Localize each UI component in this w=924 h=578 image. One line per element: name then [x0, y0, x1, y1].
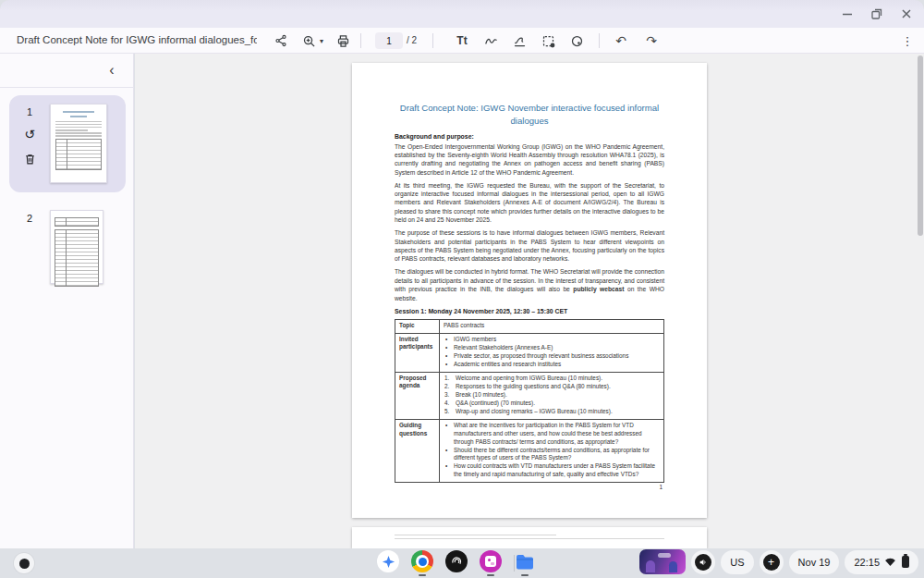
- document-heading: Draft Concept Note: IGWG November intera…: [395, 102, 664, 127]
- page-2-tools: 2: [9, 202, 50, 294]
- lens-icon[interactable]: [565, 28, 588, 54]
- undo-icon[interactable]: ↶: [610, 28, 632, 54]
- shelf-apps: [377, 550, 536, 572]
- wifi-icon: [884, 557, 896, 567]
- page-count-label: / 2: [407, 35, 417, 45]
- list-item: Responses to the guiding questions and Q…: [444, 383, 660, 391]
- select-area-icon[interactable]: [537, 28, 559, 54]
- table-row-participants: Invited participants IGWG members Releva…: [395, 333, 664, 372]
- date-indicator[interactable]: Nov 19: [789, 550, 840, 574]
- paragraph-2: At its third meeting, the IGWG requested…: [395, 181, 664, 225]
- list-item: IGWG members: [444, 336, 660, 344]
- notification-counter-button[interactable]: +: [760, 550, 784, 574]
- document-page-1[interactable]: Draft Concept Note: IGWG November intera…: [352, 63, 707, 518]
- minimize-icon[interactable]: [837, 4, 857, 24]
- row-label: Invited participants: [395, 333, 440, 372]
- plus-icon: +: [763, 554, 780, 571]
- row-value: What are the incentives for participatio…: [440, 420, 664, 483]
- files-app-icon[interactable]: [514, 550, 536, 572]
- table-row-agenda: Proposed agenda Welcome and opening from…: [395, 372, 664, 419]
- collapse-sidebar-icon[interactable]: ‹: [100, 58, 124, 82]
- scrollbar-track[interactable]: [918, 54, 923, 548]
- page-1-preview: [50, 104, 107, 183]
- launcher-button[interactable]: [14, 553, 34, 573]
- close-icon[interactable]: [896, 4, 917, 24]
- time-label: 22:15: [854, 557, 880, 568]
- list-item: What are the incentives for participatio…: [444, 422, 660, 446]
- row-label: Guiding questions: [395, 420, 440, 483]
- toolbar-divider: [360, 33, 361, 48]
- document-page-2[interactable]: [352, 527, 707, 548]
- delete-page-icon[interactable]: [21, 151, 38, 167]
- screen: Draft Concept Note for IGWG informal dia…: [0, 0, 924, 578]
- table-row-questions: Guiding questions What are the incentive…: [395, 420, 664, 483]
- page-thumbnail-2[interactable]: 2: [9, 202, 126, 294]
- page-1-number: 1: [27, 106, 32, 117]
- media-notification-button[interactable]: [691, 550, 715, 574]
- list-item: Academic entities and research institute…: [444, 361, 660, 369]
- list-item: Relevant Stakeholders (Annexes A-E): [444, 344, 660, 352]
- print-icon[interactable]: [332, 28, 354, 54]
- share-icon[interactable]: [270, 28, 292, 54]
- redo-icon[interactable]: ↷: [640, 28, 663, 54]
- draw-icon[interactable]: [480, 28, 502, 54]
- toolbar-divider: [599, 33, 600, 48]
- rotate-page-icon[interactable]: ↺: [21, 126, 38, 142]
- status-clock-tray[interactable]: 22:15: [845, 550, 918, 574]
- list-item: Wrap-up and closing remarks – IGWG Burea…: [444, 408, 660, 416]
- pip-preview-thumbnail[interactable]: [639, 549, 686, 574]
- list-item: Welcome and opening from IGWG Bureau (10…: [444, 375, 660, 383]
- thumbnail-sidebar: ‹ 1 ↺ 2: [0, 54, 134, 548]
- list-item: Should there be different contracts/term…: [444, 447, 660, 462]
- assistant-app-icon[interactable]: [377, 550, 399, 572]
- row-label: Topic: [395, 319, 440, 333]
- speaker-icon: [695, 554, 711, 571]
- shelf-divider: [514, 555, 515, 572]
- session-table: Topic PABS contracts Invited participant…: [395, 319, 664, 483]
- gallery-app-icon[interactable]: [480, 550, 502, 572]
- pdf-viewer: Draft Concept Note: IGWG November intera…: [135, 54, 924, 548]
- row-value: IGWG members Relevant Stakeholders (Anne…: [440, 333, 664, 372]
- page-footer-number: 1: [659, 484, 663, 490]
- row-value: PABS contracts: [440, 319, 664, 333]
- toolbar-divider: [432, 33, 433, 48]
- sidebar-header: ‹: [0, 54, 133, 88]
- pdf-toolbar: Draft Concept Note for IGWG informal dia…: [0, 28, 924, 54]
- row-value: Welcome and opening from IGWG Bureau (10…: [440, 372, 664, 419]
- more-options-icon[interactable]: ⋮: [898, 28, 917, 54]
- status-tray: US + Nov 19 22:15: [639, 549, 918, 574]
- text-annotation-icon[interactable]: Tt: [451, 28, 473, 54]
- battery-icon: [902, 556, 909, 568]
- list-item: Private sector, as proposed through rele…: [444, 352, 660, 361]
- restore-icon[interactable]: [867, 4, 887, 24]
- page-2-number: 2: [27, 213, 32, 224]
- list-item: How could contracts with VTD manufacture…: [444, 462, 660, 478]
- zoom-dropdown-caret-icon[interactable]: ▾: [315, 28, 328, 54]
- table-row-topic: Topic PABS contracts: [395, 319, 664, 333]
- page-1-content: Draft Concept Note: IGWG November intera…: [352, 102, 707, 483]
- dark-swirl-app-icon[interactable]: [445, 550, 468, 572]
- background-heading: Background and purpose:: [395, 133, 664, 140]
- page-2-preview: [50, 210, 103, 284]
- signature-icon[interactable]: [508, 28, 530, 54]
- session-heading: Session 1: Monday 24 November 2025, 12:3…: [395, 308, 664, 314]
- scrollbar-thumb[interactable]: [918, 55, 923, 236]
- window-titlebar: [0, 0, 924, 28]
- list-item: Q&A (continued) (70 minutes).: [444, 400, 660, 408]
- row-label: Proposed agenda: [395, 372, 440, 419]
- keyboard-layout-indicator[interactable]: US: [721, 550, 753, 574]
- page-thumbnail-1[interactable]: 1 ↺: [9, 95, 126, 192]
- list-item: Break (10 minutes).: [444, 391, 660, 400]
- chrome-app-icon[interactable]: [411, 550, 433, 572]
- paragraph-1: The Open-Ended Intergovernmental Working…: [395, 142, 664, 178]
- paragraph-3: The purpose of these sessions is to have…: [395, 228, 664, 264]
- document-title: Draft Concept Note for IGWG informal dia…: [17, 34, 257, 45]
- paragraph-4: The dialogues will be conducted in hybri…: [395, 267, 664, 302]
- page-number-input[interactable]: 1: [375, 32, 403, 49]
- page-1-tools: 1 ↺: [9, 95, 50, 192]
- launcher-icon: [19, 559, 30, 569]
- window-controls: [837, 0, 917, 28]
